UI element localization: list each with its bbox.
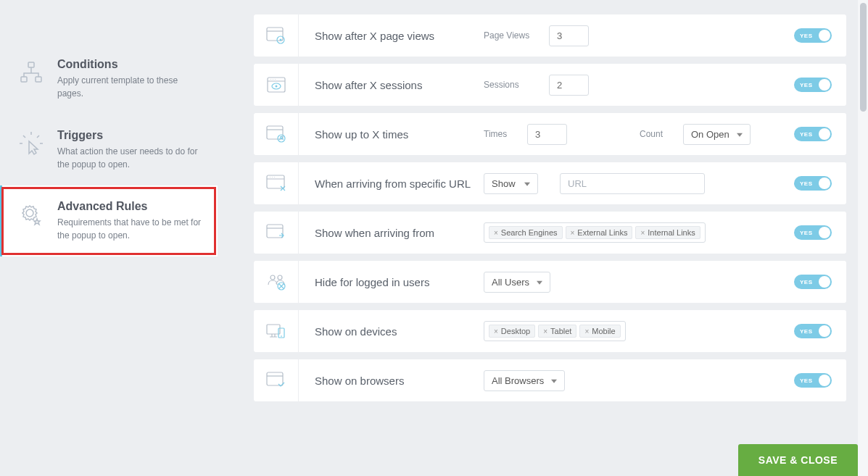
tag[interactable]: ×Search Engines [489,226,563,239]
page-views-input[interactable] [549,25,589,46]
field-label: Page Views [484,30,534,41]
page-views-icon [254,14,299,57]
sidebar-item-desc: Apply current template to these pages. [57,74,203,100]
devices-tags[interactable]: ×Desktop ×Tablet ×Mobile [484,321,626,341]
tag-remove-icon[interactable]: × [640,229,645,237]
rule-browsers: Show on browsers All Browsers YES [254,359,846,401]
count-select[interactable]: On Open [683,124,751,145]
tag[interactable]: ×Mobile [579,325,620,338]
sidebar-item-desc: What action the user needs to do for the… [57,145,203,171]
users-select[interactable]: All Users [484,272,550,293]
browsers-icon [254,359,299,401]
svg-rect-13 [267,175,284,188]
sidebar-item-title: Advanced Rules [57,200,203,213]
tag-remove-icon[interactable]: × [571,229,575,237]
url-input[interactable] [560,173,705,194]
svg-point-6 [279,39,281,41]
url-mode-select[interactable]: Show [484,173,538,194]
click-icon [17,129,46,158]
rule-title: Show on browsers [299,375,484,387]
rule-title: Show after X sessions [299,79,484,91]
rule-hide-users: Hide for logged in users All Users YES [254,261,846,303]
scrollbar[interactable] [858,0,868,476]
arriving-tags[interactable]: ×Search Engines ×External Links ×Interna… [484,222,706,243]
toggle-devices[interactable]: YES [794,324,832,338]
rule-title: When arriving from specific URL [299,178,484,190]
svg-rect-7 [268,78,285,92]
toggle-url[interactable]: YES [794,176,832,191]
toggle-times[interactable]: YES [794,127,832,141]
svg-point-3 [26,209,33,217]
svg-rect-18 [267,325,280,334]
tag[interactable]: ×External Links [566,226,633,239]
browsers-select[interactable]: All Browsers [484,370,565,391]
rule-title: Show when arriving from [299,227,484,239]
field-label: Times [484,129,513,139]
arriving-icon [254,212,299,254]
field-label: Sessions [484,80,534,90]
sidebar-item-title: Conditions [57,58,203,71]
rule-page-views: Show after X page views Page Views YES [254,14,846,57]
sessions-input[interactable] [549,75,589,96]
sidebar-item-advanced-rules[interactable]: Advanced Rules Requirements that have to… [0,185,218,256]
svg-rect-0 [28,62,34,67]
flowchart-icon [17,58,46,87]
sidebar-item-desc: Requirements that have to be met for the… [57,216,203,242]
svg-point-16 [278,275,282,280]
sidebar-item-triggers[interactable]: Triggers What action the user needs to d… [0,114,218,185]
tag[interactable]: ×Internal Links [635,226,700,239]
svg-rect-4 [267,28,283,41]
main-content: Show after X page views Page Views YES S… [218,0,868,476]
rule-sessions: Show after X sessions Sessions YES [254,64,846,106]
url-icon [254,162,299,204]
tag-remove-icon[interactable]: × [543,327,547,335]
toggle-sessions[interactable]: YES [794,78,832,92]
svg-rect-2 [36,77,41,82]
rule-arriving: Show when arriving from ×Search Engines … [254,212,846,254]
toggle-page-views[interactable]: YES [794,28,832,43]
gear-star-icon [17,200,46,229]
svg-point-15 [270,275,275,280]
tag[interactable]: ×Tablet [538,325,576,338]
tag-remove-icon[interactable]: × [494,327,498,335]
tag-remove-icon[interactable]: × [584,327,589,335]
toggle-browsers[interactable]: YES [794,373,832,388]
svg-rect-1 [21,77,27,82]
svg-rect-20 [267,372,283,385]
sidebar-item-title: Triggers [57,129,203,142]
devices-icon [254,310,299,352]
sessions-icon [254,64,299,106]
tag-remove-icon[interactable]: × [494,229,498,237]
users-icon [254,261,299,303]
count-label: Count [640,129,669,139]
toggle-hide-users[interactable]: YES [794,275,832,289]
rule-times: Show up to X times Times Count On Open Y… [254,113,846,155]
times-icon [254,113,299,155]
sidebar-item-conditions[interactable]: Conditions Apply current template to the… [0,43,218,114]
svg-point-9 [275,85,277,88]
rule-title: Hide for logged in users [299,276,484,288]
scrollbar-thumb[interactable] [860,3,867,112]
save-close-button[interactable]: SAVE & CLOSE [738,444,858,476]
rule-url: When arriving from specific URL Show YES [254,162,846,204]
toggle-arriving[interactable]: YES [794,225,832,240]
rule-title: Show up to X times [299,128,484,141]
sidebar: Conditions Apply current template to the… [0,0,218,476]
rule-title: Show after X page views [299,30,484,42]
times-input[interactable] [527,124,567,145]
rule-title: Show on devices [299,325,484,338]
rule-devices: Show on devices ×Desktop ×Tablet ×Mobile… [254,310,846,352]
tag[interactable]: ×Desktop [489,325,535,338]
